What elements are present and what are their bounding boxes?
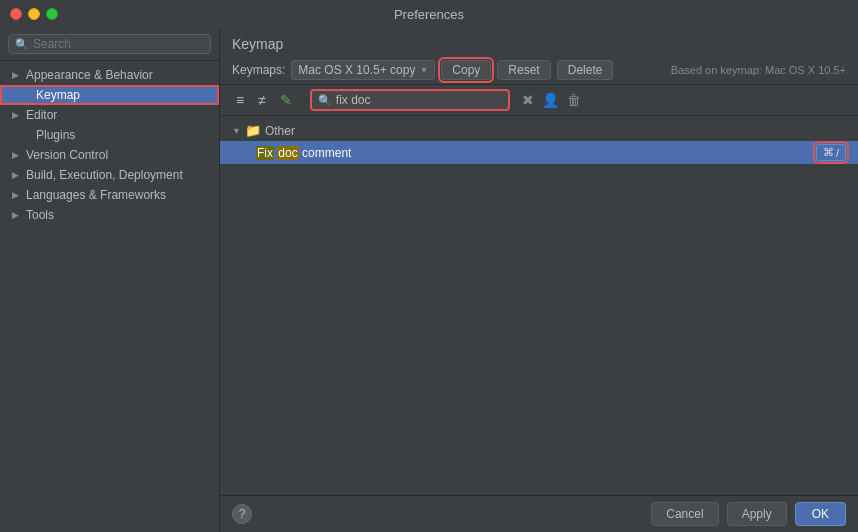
right-panel: Keymap Keymaps: Mac OS X 10.5+ copy ▼ Co…: [220, 28, 858, 532]
sidebar-list: ▶ Appearance & Behavior Keymap ▶ Editor …: [0, 61, 219, 532]
find-by-shortcut-button[interactable]: 👤: [540, 90, 561, 110]
clear-search-button[interactable]: ✖: [520, 90, 536, 110]
keymap-toolbar: Keymaps: Mac OS X 10.5+ copy ▼ Copy Rese…: [232, 60, 846, 80]
sidebar-item-label: Build, Execution, Deployment: [26, 168, 183, 182]
sidebar-item-languages[interactable]: ▶ Languages & Frameworks: [0, 185, 219, 205]
expand-all-button[interactable]: ≡: [232, 90, 248, 110]
expand-arrow-icon: ▶: [12, 110, 22, 120]
main-content: 🔍 ▶ Appearance & Behavior Keymap ▶ Edito…: [0, 28, 858, 532]
sidebar-item-label: Version Control: [26, 148, 108, 162]
shortcut-icon: ⌘: [823, 146, 834, 159]
sidebar-search-input[interactable]: [33, 37, 204, 51]
collapse-all-button[interactable]: ≠: [254, 90, 270, 110]
sidebar-item-label: Languages & Frameworks: [26, 188, 166, 202]
folder-name: Other: [265, 124, 295, 138]
expand-arrow-icon: ▶: [12, 170, 22, 180]
bottom-bar: ? Cancel Apply OK: [220, 495, 858, 532]
sidebar-item-label: Keymap: [36, 88, 80, 102]
keymap-search-input[interactable]: [336, 93, 502, 107]
expand-arrow-icon: ▶: [12, 210, 22, 220]
tree-folder-other[interactable]: ▼ 📁 Other: [220, 120, 858, 141]
apply-button[interactable]: Apply: [727, 502, 787, 526]
search-icon: 🔍: [318, 94, 332, 107]
expand-arrow-icon: ▶: [12, 70, 22, 80]
sidebar-item-tools[interactable]: ▶ Tools: [0, 205, 219, 225]
titlebar: Preferences: [0, 0, 858, 28]
reset-button[interactable]: Reset: [497, 60, 550, 80]
maximize-button[interactable]: [46, 8, 58, 20]
sidebar-item-build[interactable]: ▶ Build, Execution, Deployment: [0, 165, 219, 185]
minimize-button[interactable]: [28, 8, 40, 20]
highlight-doc: doc: [277, 146, 298, 160]
expand-arrow-placeholder: [22, 130, 32, 140]
sidebar-item-plugins[interactable]: Plugins: [0, 125, 219, 145]
tree-item-fix-doc-comment[interactable]: Fix doc comment ⌘ /: [220, 141, 858, 164]
delete-button[interactable]: Delete: [557, 60, 614, 80]
shortcut-badge[interactable]: ⌘ /: [816, 144, 846, 161]
highlight-fix: Fix: [256, 146, 274, 160]
sidebar-search-icon: 🔍: [15, 38, 29, 51]
edit-keybinding-button[interactable]: ✎: [276, 90, 296, 110]
text-post: comment: [302, 146, 351, 160]
tree-group-other: ▼ 📁 Other Fix doc comment ⌘ /: [220, 120, 858, 164]
help-icon: ?: [239, 507, 246, 521]
sidebar-item-label: Appearance & Behavior: [26, 68, 153, 82]
chevron-down-icon: ▼: [419, 65, 428, 75]
sidebar-item-editor[interactable]: ▶ Editor: [0, 105, 219, 125]
search-action-icons: ✖ 👤 🗑: [520, 90, 583, 110]
cancel-button[interactable]: Cancel: [651, 502, 718, 526]
sidebar-item-keymap[interactable]: Keymap: [0, 85, 219, 105]
shortcut-text: /: [836, 147, 839, 159]
keymaps-value: Mac OS X 10.5+ copy: [298, 63, 415, 77]
sidebar: 🔍 ▶ Appearance & Behavior Keymap ▶ Edito…: [0, 28, 220, 532]
tree-item-text: Fix doc comment: [256, 146, 351, 160]
expand-arrow-placeholder: [22, 90, 32, 100]
sidebar-search-container: 🔍: [0, 28, 219, 61]
sidebar-item-label: Plugins: [36, 128, 75, 142]
keymaps-dropdown[interactable]: Mac OS X 10.5+ copy ▼: [291, 60, 435, 80]
sidebar-item-version-control[interactable]: ▶ Version Control: [0, 145, 219, 165]
based-on-text: Based on keymap: Mac OS X 10.5+: [671, 64, 846, 76]
keymap-tree: ▼ 📁 Other Fix doc comment ⌘ /: [220, 116, 858, 495]
keymap-header: Keymap Keymaps: Mac OS X 10.5+ copy ▼ Co…: [220, 28, 858, 85]
expand-arrow-icon: ▶: [12, 190, 22, 200]
keymap-secondary-toolbar: ≡ ≠ ✎ 🔍 ✖ 👤 🗑: [220, 85, 858, 116]
window-title: Preferences: [394, 7, 464, 22]
keymaps-label: Keymaps:: [232, 63, 285, 77]
sidebar-item-appearance[interactable]: ▶ Appearance & Behavior: [0, 65, 219, 85]
sidebar-item-label: Tools: [26, 208, 54, 222]
bottom-actions: Cancel Apply OK: [651, 502, 846, 526]
help-button[interactable]: ?: [232, 504, 252, 524]
ok-button[interactable]: OK: [795, 502, 846, 526]
expand-arrow-icon: ▶: [12, 150, 22, 160]
folder-icon: 📁: [245, 123, 261, 138]
keymap-title: Keymap: [232, 36, 846, 52]
delete-binding-button[interactable]: 🗑: [565, 90, 583, 110]
copy-button[interactable]: Copy: [441, 60, 491, 80]
folder-expand-icon: ▼: [232, 126, 241, 136]
sidebar-search-inner: 🔍: [8, 34, 211, 54]
keymap-search-box: 🔍: [310, 89, 510, 111]
window-controls[interactable]: [10, 8, 58, 20]
close-button[interactable]: [10, 8, 22, 20]
sidebar-item-label: Editor: [26, 108, 57, 122]
